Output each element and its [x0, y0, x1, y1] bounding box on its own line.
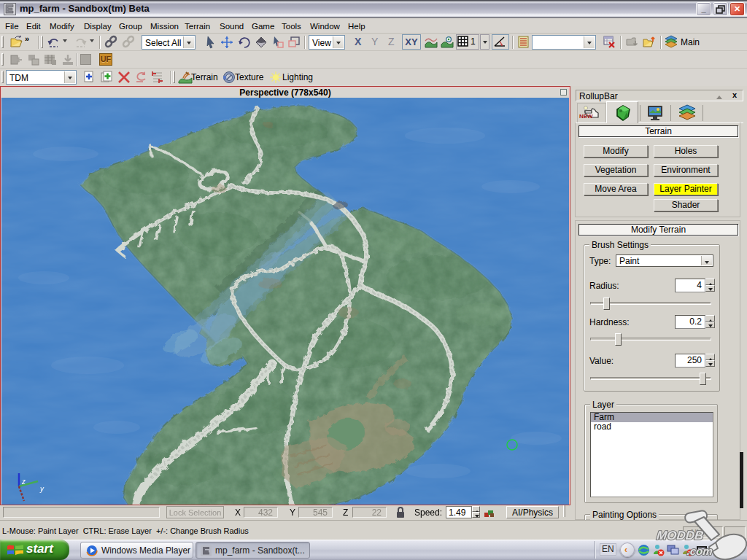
- svg-text:y: y: [39, 485, 44, 493]
- svg-text:MODDB: MODDB: [656, 529, 704, 542]
- svg-text:z: z: [21, 478, 26, 486]
- svg-text:.com: .com: [686, 545, 713, 557]
